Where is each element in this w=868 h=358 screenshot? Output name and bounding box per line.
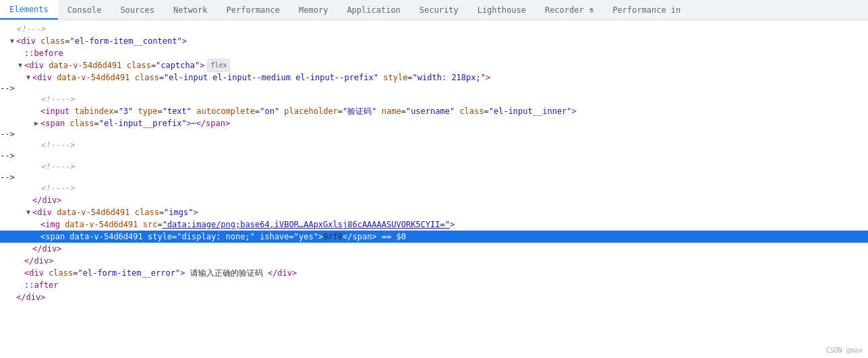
tab-performance-insights[interactable]: Performance in xyxy=(603,0,690,20)
triangle-el-input[interactable] xyxy=(24,71,32,84)
attr-class: class xyxy=(40,35,65,47)
tab-bar: Elements Console Sources Network Perform… xyxy=(0,0,868,20)
attr-value-type: "text" xyxy=(163,105,192,117)
attr-value-error: "el-form-item__error" xyxy=(78,267,181,279)
tag-form-item-close: </div> xyxy=(16,291,45,303)
line-comment-3[interactable]: <!----> xyxy=(0,160,868,173)
tag-el-input-div: <div xyxy=(32,71,52,84)
attr-class-imgs: class xyxy=(135,206,159,218)
line-captcha-close[interactable]: </div> xyxy=(0,255,868,267)
triangle-el-form-item-content[interactable] xyxy=(8,35,16,47)
line-captcha-open[interactable]: <div data-v-54d6d491 class="captcha" > f… xyxy=(0,59,868,71)
line-input-element[interactable]: <input tabindex="3" type="text" autocomp… xyxy=(0,105,868,117)
attr-data-v-img: data-v-54d6d491 xyxy=(65,218,138,231)
tab-memory[interactable]: Memory xyxy=(289,0,337,20)
comment-1-text: <!----> xyxy=(40,93,75,105)
tag-captcha-close: </div> xyxy=(24,255,53,267)
tag-el-input-close-bracket: > xyxy=(486,71,490,84)
attr-name: name xyxy=(382,105,401,117)
attr-placeholder: placeholder xyxy=(284,105,337,117)
tag-span-selected-close-bracket: > xyxy=(318,231,323,243)
tag-imgs-div: <div xyxy=(32,206,52,218)
triangle-imgs[interactable] xyxy=(24,206,32,218)
attr-value-style-span: "display: none;" xyxy=(177,231,255,243)
attr-class-inner: class xyxy=(459,105,484,117)
span-text-content: 9rf8 xyxy=(323,231,343,243)
attr-value-src[interactable]: "data:image/png;base64,iVBOR…AApxGxlsj86… xyxy=(163,218,450,231)
attr-value-imgs: "imgs" xyxy=(164,206,193,218)
attr-value-tabindex: "3" xyxy=(119,105,134,117)
line-imgs-close[interactable]: </div> xyxy=(0,243,868,255)
tab-network[interactable]: Network xyxy=(164,0,217,20)
tag-captcha-close-bracket: > xyxy=(200,59,204,71)
dollar-zero: $0 xyxy=(397,231,406,243)
tag-imgs-close-bracket: > xyxy=(193,206,198,218)
tab-sources[interactable]: Sources xyxy=(111,0,164,20)
tab-recorder[interactable]: Recorder ⚗ xyxy=(536,0,603,20)
tag-input-close: > xyxy=(572,105,577,117)
attr-data-v-span: data-v-54d6d491 xyxy=(69,231,142,243)
line-imgs-open[interactable]: <div data-v-54d6d491 class="imgs" > xyxy=(0,206,868,218)
tag-span-prefix-close: > xyxy=(187,117,192,129)
line-before-pseudo[interactable]: ::before xyxy=(0,47,868,59)
tab-lighthouse[interactable]: Lighthouse xyxy=(468,0,536,20)
attr-ishave: ishave xyxy=(260,231,289,243)
attr-autocomplete: autocomplete xyxy=(196,105,255,117)
tag-el-input-close: </div> xyxy=(32,194,61,206)
tag-error-end: </div> xyxy=(268,267,297,279)
attr-data-v: data-v-54d6d491 xyxy=(49,59,121,71)
tab-elements[interactable]: Elements xyxy=(0,0,58,20)
attr-value-prefix: "el-input__prefix" xyxy=(99,117,187,129)
attr-src: src xyxy=(143,218,158,231)
tab-application[interactable]: Application xyxy=(337,0,409,20)
tag-captcha-div: <div xyxy=(24,59,44,71)
tag-img-close: > xyxy=(450,218,455,231)
attr-value-autocomplete: "on" xyxy=(260,105,279,117)
pseudo-before: ::before xyxy=(24,47,63,59)
attr-value-captcha: "captcha" xyxy=(156,59,200,71)
tag-span-selected-end: </span> xyxy=(343,231,377,243)
tag-div-open: <div xyxy=(16,35,36,47)
line-comment-1[interactable]: <!----> xyxy=(0,93,868,105)
line-el-input-close[interactable]: </div> xyxy=(0,194,868,206)
tab-console[interactable]: Console xyxy=(58,0,111,20)
line-el-input-open[interactable]: <div data-v-54d6d491 class="el-input el-… xyxy=(0,71,868,84)
tag-span-prefix-end: </span> xyxy=(196,117,231,129)
attr-value-input-class: "el-input el-input--medium el-input--pre… xyxy=(164,71,378,84)
line-form-item-close[interactable]: </div> xyxy=(0,291,868,303)
comment-4-text: <!----> xyxy=(40,182,75,194)
line-comment-4[interactable]: <!----> xyxy=(0,182,868,194)
attr-data-v-input: data-v-54d6d491 xyxy=(57,71,129,84)
line-comment-ellipsis[interactable]: <!---> xyxy=(0,23,868,35)
tag-error-close-bracket: > xyxy=(180,267,185,279)
attr-type: type xyxy=(138,105,158,117)
tab-performance[interactable]: Performance xyxy=(217,0,289,20)
tag-div-close-bracket: > xyxy=(182,35,187,47)
attr-style-span: style xyxy=(148,231,172,243)
comment-2-text: <!----> xyxy=(40,139,75,151)
line-after-pseudo[interactable]: ::after xyxy=(0,279,868,291)
tag-img: <img xyxy=(40,218,60,231)
line-comment-2[interactable]: <!----> xyxy=(0,139,868,151)
triangle-span-prefix[interactable] xyxy=(32,117,40,129)
tag-input: <input xyxy=(40,105,69,117)
line-span-prefix[interactable]: <span class="el-input__prefix" > ⋯ </spa… xyxy=(0,117,868,129)
attr-value-class-inner: "el-input__inner" xyxy=(489,105,572,117)
equals-sign: == xyxy=(382,231,391,243)
attr-value-name: "username" xyxy=(406,105,455,117)
triangle-captcha[interactable] xyxy=(16,59,24,71)
line-span-selected[interactable]: <span data-v-54d6d491 style="display: no… xyxy=(0,231,868,243)
elements-panel: <!---> <div class="el-form-item__content… xyxy=(0,20,868,358)
line-img-element[interactable]: <img data-v-54d6d491 src="data:image/png… xyxy=(0,218,868,231)
tag-error-div: <div xyxy=(24,267,44,279)
line-el-form-item-content-open[interactable]: <div class="el-form-item__content" > xyxy=(0,35,868,47)
attr-class-prefix: class xyxy=(69,117,94,129)
attr-data-v-imgs: data-v-54d6d491 xyxy=(57,206,129,218)
tab-security[interactable]: Security xyxy=(410,0,468,20)
comment-3-text: <!----> xyxy=(40,160,75,173)
attr-class-error: class xyxy=(49,267,73,279)
line-error-div[interactable]: <div class="el-form-item__error" > 请输入正确… xyxy=(0,267,868,279)
attr-value-class: "el-form-item__content" xyxy=(70,35,182,47)
watermark: CSDN @max xyxy=(826,347,863,354)
tag-span-selected: <span xyxy=(40,231,65,243)
